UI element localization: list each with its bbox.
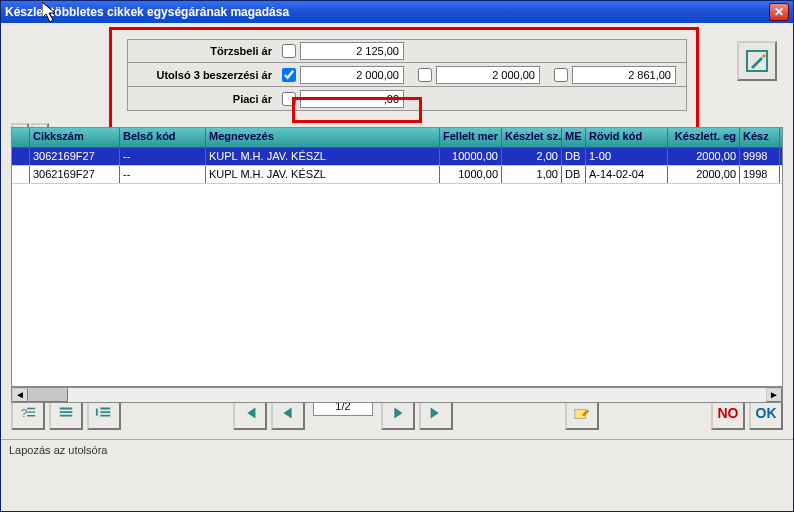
svg-text:?: ? [21,406,28,419]
label-utolso: Utolsó 3 beszerzési ár [128,69,278,81]
first-page-icon [241,404,259,422]
edit-button[interactable] [737,41,777,81]
price-grid: Törzsbeli ár Utolsó 3 beszerzési ár Piac… [127,39,687,111]
label-torz: Törzsbeli ár [128,45,278,57]
scroll-right-icon[interactable]: ► [766,388,782,402]
cell-belso: -- [120,148,206,165]
scroll-thumb[interactable] [28,388,68,402]
cell-kesz: 2,00 [502,148,562,165]
cell-me: DB [562,166,586,183]
col-megnevezes[interactable]: Megnevezés [206,128,440,147]
cell-kegy: 2000,00 [668,148,740,165]
cell-kesz: 1,00 [502,166,562,183]
data-table: Cikkszám Belső kód Megnevezés Fellelt me… [11,127,783,387]
col-belso-kod[interactable]: Belső kód [120,128,206,147]
close-button[interactable]: ✕ [769,3,789,21]
cell-last: 1998 [740,166,780,183]
col-me[interactable]: ME [562,128,586,147]
col-fellelt[interactable]: Fellelt mer [440,128,502,147]
checkbox-utolso-3[interactable] [554,68,568,82]
list-icon [57,404,75,422]
cell-rov: A-14-02-04 [586,166,668,183]
table-row[interactable]: 3062169F27--KUPL M.H. JAV. KÉSZL1000,001… [12,166,782,184]
cell-spacer [12,166,30,183]
statusbar: Lapozás az utolsóra [1,439,793,461]
col-keszlet[interactable]: Készlet sz. [502,128,562,147]
cell-last: 9998 [740,148,780,165]
col-cikkszam[interactable]: Cikkszám [30,128,120,147]
cell-cikk: 3062169F27 [30,166,120,183]
input-utolso-2[interactable] [436,66,540,84]
col-rovid-kod[interactable]: Rövid kód [586,128,668,147]
cell-cikk: 3062169F27 [30,148,120,165]
next-page-icon [389,404,407,422]
question-lines-icon: ? [19,404,37,422]
checkbox-torz[interactable] [282,44,296,58]
label-piaci: Piaci ár [128,93,278,105]
last-page-icon [427,404,445,422]
note-pencil-icon [573,404,591,422]
input-piaci[interactable] [300,90,404,108]
cell-belso: -- [120,166,206,183]
table-row[interactable]: 3062169F27--KUPL M.H. JAV. KÉSZL10000,00… [12,148,782,166]
cell-kegy: 2000,00 [668,166,740,183]
table-header: Cikkszám Belső kód Megnevezés Fellelt me… [12,128,782,148]
cell-megn: KUPL M.H. JAV. KÉSZL [206,166,440,183]
checkbox-utolso-1[interactable] [282,68,296,82]
cell-me: DB [562,148,586,165]
checkbox-utolso-2[interactable] [418,68,432,82]
cell-fel: 1000,00 [440,166,502,183]
cell-megn: KUPL M.H. JAV. KÉSZL [206,148,440,165]
window-title: Készlet többletes cikkek egységárának ma… [5,5,769,19]
scroll-left-icon[interactable]: ◄ [12,388,28,402]
cell-fel: 10000,00 [440,148,502,165]
input-torz[interactable] [300,42,404,60]
input-utolso-1[interactable] [300,66,404,84]
cell-spacer [12,148,30,165]
checkbox-piaci[interactable] [282,92,296,106]
prev-page-icon [279,404,297,422]
indent-list-icon [95,404,113,422]
input-utolso-3[interactable] [572,66,676,84]
col-last[interactable]: Kész [740,128,780,147]
pencil-icon [745,49,769,73]
titlebar: Készlet többletes cikkek egységárának ma… [1,1,793,23]
status-text: Lapozás az utolsóra [9,444,107,456]
cell-rov: 1-00 [586,148,668,165]
horizontal-scrollbar[interactable]: ◄ ► [11,387,783,403]
col-keszlet-egy[interactable]: Készlett. eg [668,128,740,147]
